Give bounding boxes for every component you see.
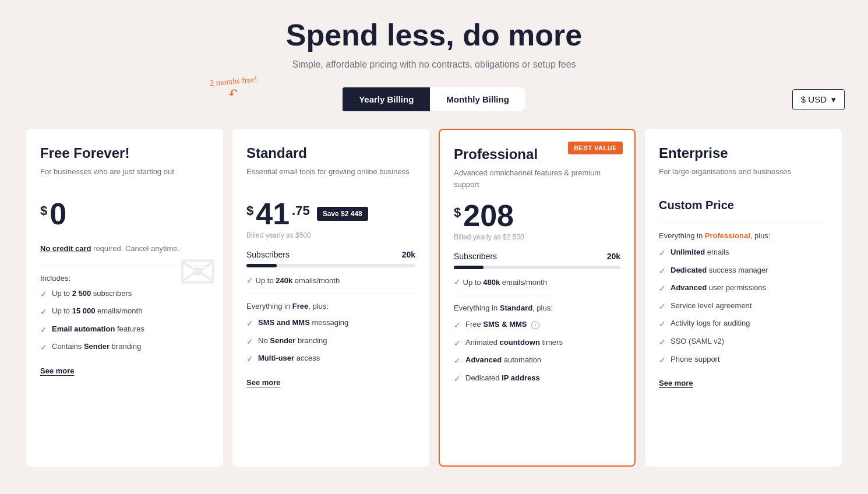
check-icon: ✓ — [40, 306, 47, 318]
professional-subscribers-label: Subscribers — [454, 252, 497, 261]
check-icon: ✓ — [659, 355, 666, 366]
enterprise-everything-in: Everything in Professional, plus: — [659, 231, 828, 240]
yearly-billing-button[interactable]: Yearly Billing — [343, 87, 430, 111]
monthly-billing-button[interactable]: Monthly Billing — [430, 87, 525, 111]
check-icon: ✓ — [454, 373, 461, 385]
info-icon[interactable]: i — [531, 321, 539, 329]
list-item: ✓ SMS and MMS messaging — [246, 317, 415, 330]
list-item: ✓ Unlimited emails — [659, 247, 828, 259]
list-item: ✓ Multi-user access — [246, 353, 415, 365]
standard-plan-name: Standard — [246, 145, 415, 161]
enterprise-plan-desc: For large organisations and businesses — [659, 166, 828, 188]
check-icon: ✓ — [659, 301, 666, 313]
list-item: ✓ Animated countdown timers — [454, 337, 620, 350]
best-value-badge: BEST VALUE — [568, 142, 623, 154]
professional-price-main: 208 — [463, 200, 514, 231]
list-item: ✓ Email automation features — [40, 324, 209, 336]
no-credit-card-link[interactable]: No credit card — [40, 244, 91, 253]
check-icon: ✓ — [659, 248, 666, 259]
enterprise-plan-name: Enterprise — [659, 145, 828, 161]
enterprise-divider — [659, 223, 828, 223]
check-icon: ✓ — [659, 283, 666, 295]
standard-subscribers-value: 20k — [402, 250, 415, 259]
standard-price-decimal: .75 — [292, 203, 310, 218]
list-item: ✓ Dedicated success manager — [659, 265, 828, 277]
list-item: ✓ Activity logs for auditing — [659, 318, 828, 330]
standard-plan-desc: Essential email tools for growing online… — [246, 166, 415, 188]
check-icon: ✓ — [246, 336, 253, 348]
free-price-main: 0 — [50, 199, 66, 229]
check-icon: ✓ — [659, 266, 666, 277]
list-item: ✓ Service level agreement — [659, 301, 828, 313]
check-icon: ✓ — [40, 324, 47, 336]
plans-grid: ✉ Free Forever! For businesses who are j… — [26, 129, 842, 467]
check-icon: ✓ — [40, 342, 47, 354]
professional-emails-note: ✓ Up to 480k emails/month — [454, 277, 620, 287]
check-icon: ✓ — [454, 355, 461, 367]
professional-price-currency: $ — [454, 205, 461, 220]
standard-everything-in: Everything in Free, plus: — [246, 302, 415, 310]
list-item: ✓ Advanced user permissions — [659, 283, 828, 295]
standard-subscribers-row: Subscribers 20k — [246, 250, 415, 259]
professional-plan-card: BEST VALUE Professional Advanced omnicha… — [439, 129, 636, 467]
professional-divider — [454, 295, 620, 295]
professional-everything-in: Everything in Standard, plus: — [454, 304, 620, 312]
check-icon: ✓ — [454, 277, 461, 287]
professional-subscribers-value: 20k — [607, 252, 620, 261]
free-price-currency: $ — [40, 203, 47, 218]
list-item: ✓ No Sender branding — [246, 336, 415, 348]
check-icon: ✓ — [659, 337, 666, 348]
standard-price-main: 41 — [256, 199, 290, 229]
professional-billed-note: Billed yearly as $2 500 — [454, 233, 620, 241]
professional-feature-list: ✓ Free SMS & MMS i ✓ Animated countdown … — [454, 319, 620, 384]
check-icon: ✓ — [454, 320, 461, 331]
free-price-row: $ 0 — [40, 199, 209, 229]
professional-subscribers-row: Subscribers 20k — [454, 252, 620, 261]
enterprise-custom-price: Custom Price — [659, 199, 828, 212]
check-icon: ✓ — [246, 276, 253, 285]
currency-selector[interactable]: $ USD ▾ — [792, 89, 845, 110]
billing-toggle[interactable]: Yearly Billing Monthly Billing — [343, 87, 525, 111]
chevron-down-icon: ▾ — [831, 94, 836, 105]
standard-see-more-link[interactable]: See more — [246, 378, 281, 387]
standard-divider — [246, 293, 415, 294]
enterprise-plan-card: Enterprise For large organisations and b… — [645, 129, 842, 467]
enterprise-see-more-link[interactable]: See more — [659, 379, 693, 387]
standard-feature-list: ✓ SMS and MMS messaging ✓ No Sender bran… — [246, 317, 415, 365]
standard-save-badge: Save $2 448 — [317, 207, 368, 221]
billing-toggle-area: 2 months free! ↷ Yearly Billing Monthly … — [23, 87, 845, 111]
standard-subscribers-label: Subscribers — [246, 250, 290, 259]
standard-plan-card: Standard Essential email tools for growi… — [232, 129, 429, 467]
standard-price-row: $ 41 .75 Save $2 448 — [246, 199, 415, 229]
professional-slider[interactable] — [454, 266, 620, 269]
list-item: ✓ Advanced automation — [454, 355, 620, 367]
list-item: ✓ Phone support — [659, 354, 828, 366]
standard-billed-note: Billed yearly as $500 — [246, 231, 415, 239]
check-icon: ✓ — [454, 338, 461, 350]
free-plan-card: ✉ Free Forever! For businesses who are j… — [26, 129, 223, 467]
professional-plan-desc: Advanced omnichannel features & premium … — [454, 167, 620, 190]
list-item: ✓ Up to 15 000 emails/month — [40, 306, 209, 318]
check-icon: ✓ — [40, 289, 47, 301]
free-plan-name: Free Forever! — [40, 145, 209, 161]
page-subtitle: Simple, affordable pricing with no contr… — [23, 59, 845, 70]
professional-price-row: $ 208 — [454, 200, 620, 231]
standard-emails-note: ✓ Up to 240k emails/month — [246, 276, 415, 285]
list-item: ✓ Contains Sender branding — [40, 341, 209, 354]
page-title: Spend less, do more — [23, 17, 845, 52]
check-icon: ✓ — [246, 354, 253, 365]
list-item: ✓ SSO (SAML v2) — [659, 336, 828, 348]
free-see-more-link[interactable]: See more — [40, 366, 75, 375]
check-icon: ✓ — [246, 318, 253, 330]
list-item: ✓ Free SMS & MMS i — [454, 319, 620, 331]
free-plan-desc: For businesses who are just starting out — [40, 166, 209, 188]
standard-price-currency: $ — [246, 203, 253, 218]
list-item: ✓ Dedicated IP address — [454, 373, 620, 385]
enterprise-feature-list: ✓ Unlimited emails ✓ Dedicated success m… — [659, 247, 828, 366]
check-icon: ✓ — [659, 319, 666, 330]
standard-slider[interactable] — [246, 264, 415, 267]
